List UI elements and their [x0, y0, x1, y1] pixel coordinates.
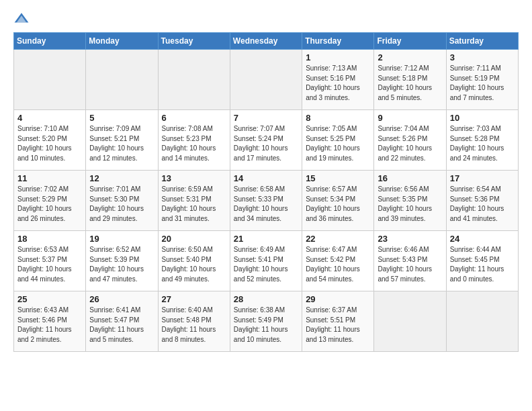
cell-info: Sunrise: 6:49 AMSunset: 5:41 PMDaylight:… — [234, 245, 298, 284]
calendar-cell — [446, 291, 518, 352]
calendar-cell — [230, 50, 302, 110]
calendar-cell: 5Sunrise: 7:09 AMSunset: 5:21 PMDaylight… — [86, 110, 158, 171]
day-number: 7 — [234, 113, 298, 123]
calendar-cell: 20Sunrise: 6:50 AMSunset: 5:40 PMDayligh… — [158, 231, 230, 291]
day-number: 1 — [306, 52, 370, 62]
cell-info: Sunrise: 7:02 AMSunset: 5:29 PMDaylight:… — [17, 185, 82, 224]
day-header-monday: Monday — [86, 33, 158, 50]
cell-info: Sunrise: 7:05 AMSunset: 5:25 PMDaylight:… — [306, 124, 370, 163]
calendar-cell: 1Sunrise: 7:13 AMSunset: 5:16 PMDaylight… — [302, 50, 374, 110]
day-number: 18 — [17, 234, 82, 244]
day-header-sunday: Sunday — [14, 33, 86, 50]
week-row-5: 25Sunrise: 6:43 AMSunset: 5:46 PMDayligh… — [14, 291, 519, 352]
calendar-cell: 21Sunrise: 6:49 AMSunset: 5:41 PMDayligh… — [230, 231, 302, 291]
calendar-cell: 18Sunrise: 6:53 AMSunset: 5:37 PMDayligh… — [14, 231, 86, 291]
day-number: 16 — [378, 173, 442, 183]
cell-info: Sunrise: 7:01 AMSunset: 5:30 PMDaylight:… — [89, 185, 154, 224]
cell-info: Sunrise: 6:58 AMSunset: 5:33 PMDaylight:… — [234, 185, 298, 224]
day-header-friday: Friday — [374, 33, 446, 50]
calendar-cell: 12Sunrise: 7:01 AMSunset: 5:30 PMDayligh… — [86, 171, 158, 231]
calendar-cell — [86, 50, 158, 110]
cell-info: Sunrise: 7:04 AMSunset: 5:26 PMDaylight:… — [378, 124, 442, 163]
calendar-cell: 26Sunrise: 6:41 AMSunset: 5:47 PMDayligh… — [86, 291, 158, 352]
cell-info: Sunrise: 6:37 AMSunset: 5:51 PMDaylight:… — [306, 306, 370, 345]
calendar-cell: 25Sunrise: 6:43 AMSunset: 5:46 PMDayligh… — [14, 291, 86, 352]
week-row-3: 11Sunrise: 7:02 AMSunset: 5:29 PMDayligh… — [14, 171, 519, 231]
calendar-cell: 17Sunrise: 6:54 AMSunset: 5:36 PMDayligh… — [446, 171, 518, 231]
cell-info: Sunrise: 6:44 AMSunset: 5:45 PMDaylight:… — [450, 245, 515, 284]
calendar-cell: 11Sunrise: 7:02 AMSunset: 5:29 PMDayligh… — [14, 171, 86, 231]
day-number: 9 — [378, 113, 442, 123]
cell-info: Sunrise: 7:12 AMSunset: 5:18 PMDaylight:… — [378, 64, 442, 103]
day-header-tuesday: Tuesday — [158, 33, 230, 50]
day-number: 2 — [378, 52, 442, 62]
cell-info: Sunrise: 6:59 AMSunset: 5:31 PMDaylight:… — [162, 185, 226, 224]
day-header-saturday: Saturday — [446, 33, 518, 50]
day-header-thursday: Thursday — [302, 33, 374, 50]
calendar-cell: 6Sunrise: 7:08 AMSunset: 5:23 PMDaylight… — [158, 110, 230, 171]
calendar-table: SundayMondayTuesdayWednesdayThursdayFrid… — [13, 32, 519, 352]
calendar-cell: 24Sunrise: 6:44 AMSunset: 5:45 PMDayligh… — [446, 231, 518, 291]
cell-info: Sunrise: 6:38 AMSunset: 5:49 PMDaylight:… — [234, 306, 298, 345]
day-number: 28 — [234, 294, 298, 304]
calendar-cell: 4Sunrise: 7:10 AMSunset: 5:20 PMDaylight… — [14, 110, 86, 171]
cell-info: Sunrise: 7:03 AMSunset: 5:28 PMDaylight:… — [450, 124, 515, 163]
day-number: 15 — [306, 173, 370, 183]
calendar-cell: 29Sunrise: 6:37 AMSunset: 5:51 PMDayligh… — [302, 291, 374, 352]
calendar-cell: 7Sunrise: 7:07 AMSunset: 5:24 PMDaylight… — [230, 110, 302, 171]
calendar-cell: 14Sunrise: 6:58 AMSunset: 5:33 PMDayligh… — [230, 171, 302, 231]
cell-info: Sunrise: 7:08 AMSunset: 5:23 PMDaylight:… — [162, 124, 226, 163]
cell-info: Sunrise: 7:09 AMSunset: 5:21 PMDaylight:… — [89, 124, 154, 163]
calendar-cell — [374, 291, 446, 352]
calendar-cell: 15Sunrise: 6:57 AMSunset: 5:34 PMDayligh… — [302, 171, 374, 231]
cell-info: Sunrise: 6:52 AMSunset: 5:39 PMDaylight:… — [89, 245, 154, 284]
day-number: 19 — [89, 234, 154, 244]
week-row-4: 18Sunrise: 6:53 AMSunset: 5:37 PMDayligh… — [14, 231, 519, 291]
calendar-cell — [158, 50, 230, 110]
cell-info: Sunrise: 6:57 AMSunset: 5:34 PMDaylight:… — [306, 185, 370, 224]
day-number: 5 — [89, 113, 154, 123]
calendar-cell: 13Sunrise: 6:59 AMSunset: 5:31 PMDayligh… — [158, 171, 230, 231]
day-number: 14 — [234, 173, 298, 183]
day-number: 29 — [306, 294, 370, 304]
day-number: 21 — [234, 234, 298, 244]
day-number: 22 — [306, 234, 370, 244]
header — [13, 11, 519, 27]
logo — [13, 11, 32, 27]
calendar-cell: 19Sunrise: 6:52 AMSunset: 5:39 PMDayligh… — [86, 231, 158, 291]
cell-info: Sunrise: 6:47 AMSunset: 5:42 PMDaylight:… — [306, 245, 370, 284]
calendar-cell: 9Sunrise: 7:04 AMSunset: 5:26 PMDaylight… — [374, 110, 446, 171]
day-number: 20 — [162, 234, 226, 244]
day-header-wednesday: Wednesday — [230, 33, 302, 50]
cell-info: Sunrise: 6:41 AMSunset: 5:47 PMDaylight:… — [89, 306, 154, 345]
calendar-cell — [14, 50, 86, 110]
cell-info: Sunrise: 6:56 AMSunset: 5:35 PMDaylight:… — [378, 185, 442, 224]
cell-info: Sunrise: 7:11 AMSunset: 5:19 PMDaylight:… — [450, 64, 515, 103]
day-number: 26 — [89, 294, 154, 304]
calendar-cell: 3Sunrise: 7:11 AMSunset: 5:19 PMDaylight… — [446, 50, 518, 110]
cell-info: Sunrise: 7:13 AMSunset: 5:16 PMDaylight:… — [306, 64, 370, 103]
calendar-cell: 16Sunrise: 6:56 AMSunset: 5:35 PMDayligh… — [374, 171, 446, 231]
day-number: 10 — [450, 113, 515, 123]
cell-info: Sunrise: 6:46 AMSunset: 5:43 PMDaylight:… — [378, 245, 442, 284]
day-number: 27 — [162, 294, 226, 304]
header-row: SundayMondayTuesdayWednesdayThursdayFrid… — [14, 33, 519, 50]
calendar-cell: 27Sunrise: 6:40 AMSunset: 5:48 PMDayligh… — [158, 291, 230, 352]
cell-info: Sunrise: 6:40 AMSunset: 5:48 PMDaylight:… — [162, 306, 226, 345]
cell-info: Sunrise: 6:50 AMSunset: 5:40 PMDaylight:… — [162, 245, 226, 284]
day-number: 23 — [378, 234, 442, 244]
calendar-cell: 28Sunrise: 6:38 AMSunset: 5:49 PMDayligh… — [230, 291, 302, 352]
day-number: 17 — [450, 173, 515, 183]
calendar-cell: 10Sunrise: 7:03 AMSunset: 5:28 PMDayligh… — [446, 110, 518, 171]
week-row-1: 1Sunrise: 7:13 AMSunset: 5:16 PMDaylight… — [14, 50, 519, 110]
week-row-2: 4Sunrise: 7:10 AMSunset: 5:20 PMDaylight… — [14, 110, 519, 171]
day-number: 6 — [162, 113, 226, 123]
day-number: 11 — [17, 173, 82, 183]
day-number: 25 — [17, 294, 82, 304]
calendar-cell: 8Sunrise: 7:05 AMSunset: 5:25 PMDaylight… — [302, 110, 374, 171]
cell-info: Sunrise: 6:53 AMSunset: 5:37 PMDaylight:… — [17, 245, 82, 284]
cell-info: Sunrise: 7:07 AMSunset: 5:24 PMDaylight:… — [234, 124, 298, 163]
calendar-cell: 2Sunrise: 7:12 AMSunset: 5:18 PMDaylight… — [374, 50, 446, 110]
logo-icon — [13, 11, 30, 27]
day-number: 13 — [162, 173, 226, 183]
